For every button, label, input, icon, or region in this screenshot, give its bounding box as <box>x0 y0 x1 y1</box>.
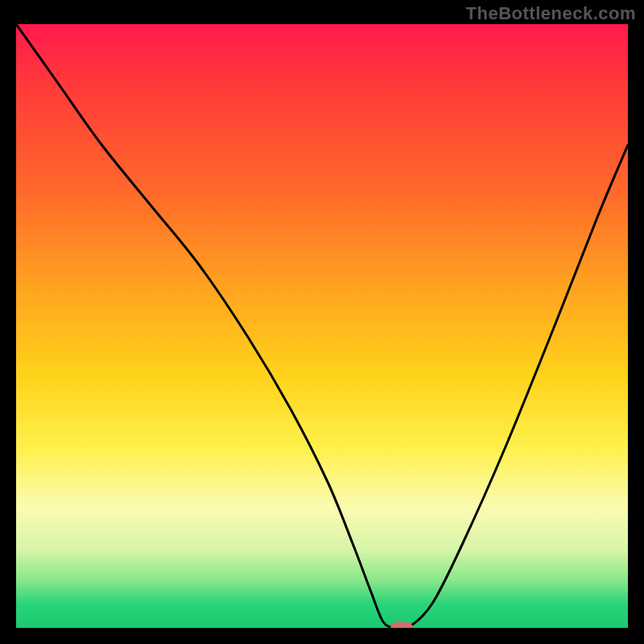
bottleneck-curve <box>16 24 628 628</box>
plot-area <box>16 24 628 628</box>
chart-frame: TheBottleneck.com <box>0 0 644 644</box>
watermark-text: TheBottleneck.com <box>466 3 636 24</box>
optimal-marker <box>390 622 413 628</box>
curve-path <box>16 24 628 628</box>
